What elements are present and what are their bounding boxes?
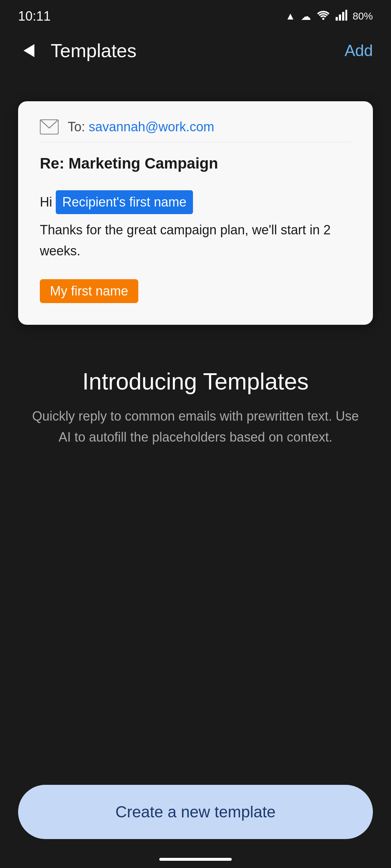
email-subject: Re: Marketing Campaign	[40, 155, 351, 172]
wifi-icon	[316, 10, 330, 23]
status-time: 10:11	[18, 9, 51, 24]
email-greeting-line: Hi Recipient's first name	[40, 190, 351, 214]
sender-chip[interactable]: My first name	[40, 279, 138, 303]
email-card: To: savannah@work.com Re: Marketing Camp…	[18, 101, 373, 325]
email-icon	[40, 119, 59, 135]
create-template-button[interactable]: Create a new template	[18, 785, 373, 839]
svg-rect-2	[339, 14, 341, 21]
recipient-chip[interactable]: Recipient's first name	[56, 190, 193, 214]
status-icons: ▲ ☁ 80%	[285, 10, 373, 23]
svg-rect-3	[342, 12, 344, 21]
signal-icon	[336, 10, 347, 23]
svg-rect-1	[336, 17, 338, 21]
battery-indicator: 80%	[353, 10, 373, 22]
email-body: Hi Recipient's first name Thanks for the…	[40, 190, 351, 261]
email-to-row: To: savannah@work.com	[40, 119, 351, 142]
status-bar: 10:11 ▲ ☁ 80%	[0, 0, 391, 29]
arrow-up-icon: ▲	[285, 10, 295, 22]
intro-description: Quickly reply to common emails with prew…	[29, 406, 362, 447]
intro-title: Introducing Templates	[29, 368, 362, 395]
add-button[interactable]: Add	[345, 42, 373, 60]
email-to-address: savannah@work.com	[89, 119, 214, 134]
email-to-label: To: savannah@work.com	[68, 119, 214, 135]
page-title: Templates	[40, 40, 345, 61]
cloud-icon: ☁	[301, 10, 311, 22]
app-bar: Templates Add	[0, 29, 391, 72]
svg-rect-4	[345, 10, 347, 21]
hi-text: Hi	[40, 195, 56, 209]
back-arrow-icon	[24, 44, 34, 57]
home-indicator	[159, 858, 232, 861]
back-button[interactable]	[18, 40, 40, 61]
create-button-container: Create a new template	[18, 785, 373, 839]
svg-point-0	[322, 18, 324, 20]
email-body-text: Thanks for the great campaign plan, we'l…	[40, 220, 351, 261]
intro-section: Introducing Templates Quickly reply to c…	[0, 346, 391, 469]
